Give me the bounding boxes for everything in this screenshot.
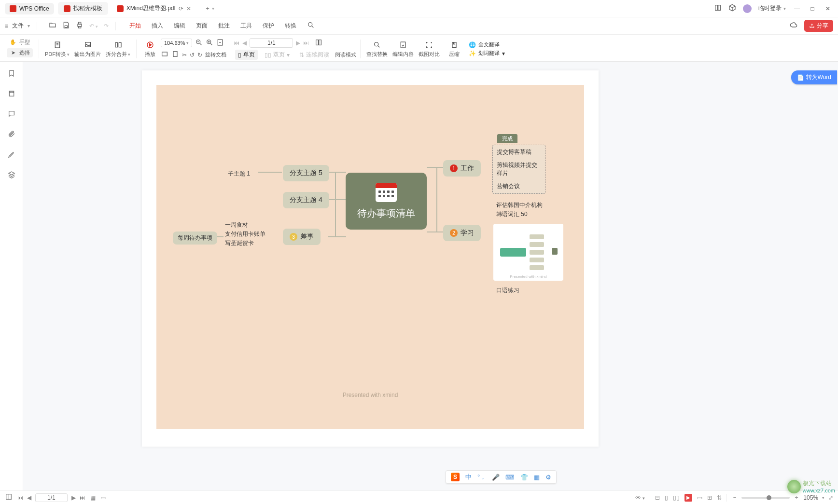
last-page-icon[interactable]: ⏭ bbox=[80, 494, 85, 501]
ribbon-tabs: 开始 插入 编辑 页面 批注 工具 保护 转换 bbox=[129, 21, 315, 30]
actual-size-icon[interactable] bbox=[171, 50, 179, 59]
signature-panel-icon[interactable] bbox=[7, 150, 16, 159]
close-icon[interactable]: ✕ bbox=[186, 5, 191, 12]
app-logo[interactable]: WPS Office bbox=[5, 3, 54, 14]
login-button[interactable]: 临时登录 ▾ bbox=[758, 4, 786, 13]
tab-page[interactable]: 页面 bbox=[196, 22, 208, 30]
refresh-icon[interactable]: ⟳ bbox=[179, 5, 183, 12]
ime-lang[interactable]: 中 bbox=[465, 473, 472, 481]
tab-convert[interactable]: 转换 bbox=[285, 22, 296, 30]
share-button[interactable]: 分享 bbox=[804, 20, 833, 32]
ime-voice-icon[interactable]: 🎤 bbox=[492, 474, 500, 481]
comment-panel-icon[interactable] bbox=[7, 109, 16, 119]
tab-annotate[interactable]: 批注 bbox=[218, 22, 230, 30]
avatar[interactable] bbox=[743, 4, 752, 13]
book-view-icon[interactable] bbox=[315, 39, 322, 48]
tab-current-doc[interactable]: XMind思维导图.pdf ⟳ ✕ bbox=[111, 2, 197, 15]
undo-icon[interactable]: ↶ ▾ bbox=[89, 23, 98, 29]
cloud-icon[interactable] bbox=[790, 21, 797, 30]
single-view-icon[interactable]: ▯ bbox=[665, 494, 668, 501]
ime-keyboard-icon[interactable]: ⌨ bbox=[505, 474, 515, 481]
prev-page-icon[interactable]: ◀ bbox=[242, 40, 247, 46]
outline-view-icon[interactable]: ⊟ bbox=[655, 494, 660, 501]
redo-icon[interactable]: ↷ bbox=[104, 23, 109, 29]
convert-to-word-button[interactable]: 📄 转为Word bbox=[791, 70, 837, 84]
bookmark-panel-icon[interactable] bbox=[7, 68, 16, 78]
reader-mode-icon[interactable] bbox=[714, 4, 722, 13]
prev-page-icon[interactable]: ◀ bbox=[27, 494, 31, 501]
rotate-left-icon[interactable]: ↺ bbox=[190, 52, 195, 58]
zoom-in-icon[interactable] bbox=[206, 39, 213, 48]
fullscreen-icon[interactable]: ⤢ bbox=[828, 494, 833, 501]
next-page-icon[interactable]: ▶ bbox=[296, 40, 300, 46]
zoom-in-status-icon[interactable]: ＋ bbox=[794, 493, 799, 502]
compress-button[interactable]: 压缩 bbox=[443, 37, 466, 61]
tab-template[interactable]: 找稻壳模板 bbox=[58, 2, 108, 15]
open-folder-icon[interactable] bbox=[49, 21, 56, 30]
page-input[interactable]: 1/1 bbox=[250, 38, 293, 48]
export-image-button[interactable]: 输出为图片 bbox=[72, 37, 103, 61]
fit-width-icon[interactable] bbox=[161, 50, 168, 59]
play-button[interactable]: 播放 bbox=[140, 37, 160, 61]
maximize-button[interactable]: □ bbox=[808, 5, 817, 12]
minimize-button[interactable]: ― bbox=[793, 5, 801, 12]
book-icon[interactable]: ▭ bbox=[697, 494, 702, 501]
first-page-icon[interactable]: ⏮ bbox=[234, 40, 239, 46]
thumbnail-bar-icon[interactable]: ▦ bbox=[90, 494, 96, 501]
search-icon[interactable] bbox=[307, 21, 315, 30]
attachment-panel-icon[interactable] bbox=[7, 129, 16, 139]
edit-content-button[interactable]: 编辑内容 bbox=[391, 37, 416, 61]
ime-punct-icon[interactable]: °， bbox=[477, 473, 486, 481]
cube-icon[interactable] bbox=[728, 4, 736, 13]
zoom-out-status-icon[interactable]: － bbox=[732, 493, 738, 502]
select-mode-button[interactable]: ➤选择 bbox=[7, 48, 33, 57]
chevron-down-icon[interactable]: ▾ bbox=[822, 495, 824, 500]
zoom-out-icon[interactable] bbox=[195, 39, 203, 48]
ime-skin-icon[interactable]: 👕 bbox=[520, 474, 528, 481]
print-icon[interactable] bbox=[76, 21, 84, 30]
page-indicator[interactable]: 1/1 bbox=[35, 493, 68, 502]
add-tab-button[interactable]: ＋ ▾ bbox=[200, 2, 219, 15]
slide-view-icon[interactable]: ▶ bbox=[684, 494, 692, 502]
ime-toolbox-icon[interactable]: ▦ bbox=[534, 474, 540, 481]
tab-edit[interactable]: 编辑 bbox=[174, 22, 185, 30]
fit-page-status-icon[interactable]: ▭ bbox=[100, 494, 106, 501]
document-canvas[interactable]: 📄 转为Word bbox=[23, 62, 838, 490]
zoom-value[interactable]: 104.63% ▾ bbox=[161, 39, 192, 47]
hand-mode-button[interactable]: ✋手型 bbox=[7, 38, 33, 47]
last-page-icon[interactable]: ⏭ bbox=[303, 40, 309, 46]
crop-tool-icon[interactable]: ✂ bbox=[182, 52, 187, 58]
visibility-icon[interactable]: 👁 ▾ bbox=[635, 494, 645, 501]
next-page-icon[interactable]: ▶ bbox=[71, 494, 76, 501]
panel-toggle-icon[interactable] bbox=[5, 493, 13, 502]
tab-start[interactable]: 开始 bbox=[129, 22, 141, 30]
screenshot-compare-button[interactable]: 截图对比 bbox=[417, 37, 442, 61]
thumbnail-panel-icon[interactable] bbox=[7, 89, 16, 98]
two-up-view-icon[interactable]: ▯▯ bbox=[673, 494, 680, 501]
tab-tools[interactable]: 工具 bbox=[240, 22, 252, 30]
badge-2-icon: 2 bbox=[450, 229, 458, 237]
fit-page-icon[interactable] bbox=[216, 39, 224, 48]
first-page-icon[interactable]: ⏮ bbox=[17, 494, 23, 501]
thumb-caption: Presented with xmind bbox=[493, 274, 563, 279]
layers-panel-icon[interactable] bbox=[7, 170, 16, 179]
tab-protect[interactable]: 保护 bbox=[263, 22, 274, 30]
continuous-button[interactable]: ⇅连续阅读 bbox=[296, 50, 332, 60]
close-window-button[interactable]: ✕ bbox=[824, 5, 832, 12]
ocr-translate-button[interactable]: ✨划词翻译▾ bbox=[469, 50, 505, 57]
save-icon[interactable] bbox=[62, 21, 70, 30]
rotate-right-icon[interactable]: ↻ bbox=[197, 52, 202, 58]
zoom-slider[interactable] bbox=[741, 497, 790, 499]
scroll-icon[interactable]: ⇅ bbox=[717, 494, 722, 501]
split-merge-button[interactable]: 拆分合并▾ bbox=[104, 37, 132, 61]
double-page-button[interactable]: ▯▯双页▾ bbox=[262, 50, 293, 60]
single-page-button[interactable]: ▯单页 bbox=[235, 50, 258, 60]
find-replace-button[interactable]: 查找替换 bbox=[364, 37, 390, 61]
ime-toolbar[interactable]: S 中 °， 🎤 ⌨ 👕 ▦ ⚙ bbox=[446, 470, 557, 484]
tab-insert[interactable]: 插入 bbox=[152, 22, 163, 30]
file-menu[interactable]: ≡ 文件 ▾ bbox=[5, 22, 30, 30]
reflow-icon[interactable]: ⊞ bbox=[707, 494, 712, 501]
ime-settings-icon[interactable]: ⚙ bbox=[545, 474, 551, 481]
pdf-convert-button[interactable]: PDF转换▾ bbox=[43, 37, 71, 61]
fulltext-translate-button[interactable]: 🌐全文翻译 bbox=[469, 41, 505, 48]
